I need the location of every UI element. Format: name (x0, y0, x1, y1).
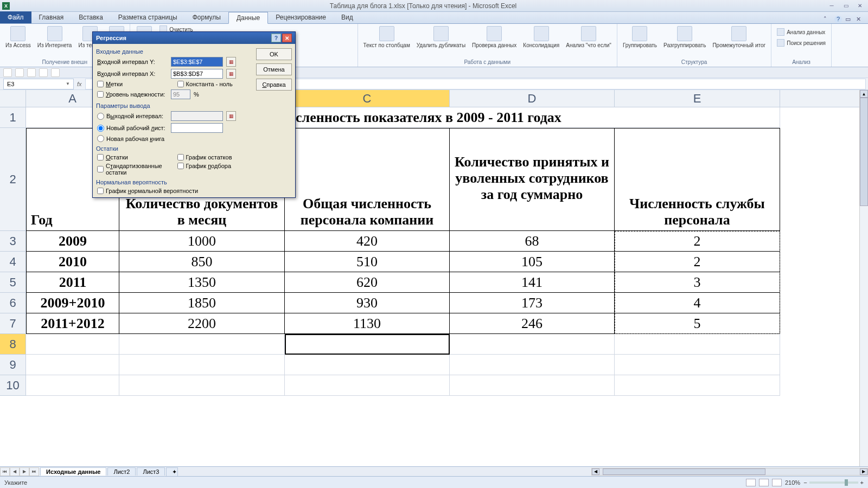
row-header-1[interactable]: 1 (0, 107, 26, 128)
checkbox-std-residuals[interactable] (97, 166, 104, 172)
sheet-tab-0[interactable]: Исходные данные (40, 467, 106, 476)
refedit-out-icon[interactable]: ▦ (226, 111, 236, 121)
zoom-in-icon[interactable]: + (860, 479, 864, 486)
cell-D6[interactable]: 173 (450, 293, 615, 313)
scroll-right-icon[interactable]: ▶ (860, 468, 867, 475)
zoom-slider[interactable] (809, 481, 858, 484)
tab-review[interactable]: Рецензирование (268, 11, 334, 23)
group-button[interactable]: Группировать (621, 25, 659, 49)
ungroup-button[interactable]: Разгруппировать (661, 25, 708, 49)
radio-new-sheet[interactable] (97, 125, 104, 132)
sheet-tab-new[interactable]: ✦ (166, 467, 178, 476)
row-headers[interactable]: 1 2 3 4 5 6 7 8 9 10 (0, 107, 26, 396)
cell-C4[interactable]: 510 (285, 252, 450, 272)
row-header-4[interactable]: 4 (0, 252, 26, 272)
cell-C10[interactable] (285, 375, 450, 396)
text-to-columns-button[interactable]: Текст по столбцам (361, 25, 412, 49)
dialog-titlebar[interactable]: Регрессия ? ✕ (93, 32, 295, 44)
row-header-3[interactable]: 3 (0, 231, 26, 252)
sheet-tab-2[interactable]: Лист3 (137, 467, 165, 476)
data-validation-button[interactable]: Проверка данных (470, 25, 519, 49)
cell-B5[interactable]: 1350 (119, 272, 285, 293)
cell-A10[interactable] (26, 375, 119, 396)
col-header-E[interactable]: E (615, 90, 780, 107)
checkbox-normal-plot[interactable] (97, 188, 104, 194)
fx-icon[interactable]: fx (74, 81, 85, 87)
cell-E4[interactable]: 2 (615, 252, 780, 272)
what-if-button[interactable]: Анализ "что если" (564, 25, 614, 49)
view-normal-icon[interactable] (746, 479, 756, 486)
cell-D2[interactable]: Количество принятых и уволенных сотрудни… (450, 128, 615, 231)
workbook-close-icon[interactable]: ✕ (856, 16, 864, 23)
name-box[interactable]: E3 ▼ (3, 79, 74, 89)
cell-E10[interactable] (615, 375, 780, 396)
input-output-range[interactable] (171, 111, 223, 121)
cancel-button[interactable]: Отмена (256, 63, 292, 75)
cell-E8[interactable] (615, 334, 780, 355)
subtotal-button[interactable]: Промежуточный итог (710, 25, 768, 49)
qat-chart-icon[interactable] (27, 68, 36, 77)
close-window-button[interactable]: ✕ (854, 2, 866, 10)
col-header-C[interactable]: C (285, 90, 450, 107)
minimize-button[interactable]: ─ (826, 2, 838, 10)
checkbox-confidence[interactable] (97, 91, 104, 98)
sheet-tab-1[interactable]: Лист2 (107, 467, 136, 476)
tab-file[interactable]: Файл (0, 11, 31, 23)
hscroll-thumb[interactable] (603, 468, 765, 475)
vscroll-thumb[interactable] (860, 98, 868, 206)
cell-B7[interactable]: 2200 (119, 313, 285, 334)
cell-title[interactable]: сленность показателях в 2009 - 2011 года… (285, 107, 780, 128)
cell-C8[interactable] (285, 334, 450, 355)
cell-C5[interactable]: 620 (285, 272, 450, 293)
cell-B4[interactable]: 850 (119, 252, 285, 272)
zoom-out-icon[interactable]: − (803, 479, 807, 486)
cell-C3[interactable]: 420 (285, 231, 450, 252)
cell-D5[interactable]: 141 (450, 272, 615, 293)
cell-B8[interactable] (119, 334, 285, 355)
tab-page-layout[interactable]: Разметка страницы (111, 11, 185, 23)
tab-data[interactable]: Данные (228, 12, 268, 24)
checkbox-resid-plot[interactable] (177, 154, 184, 160)
cell-A3[interactable]: 2009 (26, 231, 119, 252)
tab-insert[interactable]: Вставка (71, 11, 111, 23)
from-web-button[interactable]: Из Интернета (35, 25, 74, 49)
scroll-up-icon[interactable]: ▲ (860, 90, 868, 98)
data-analysis-button[interactable]: Анализ данных (775, 27, 828, 37)
vertical-scrollbar[interactable]: ▲ (859, 90, 868, 466)
cell-E7[interactable]: 5 (615, 313, 780, 334)
cell-A9[interactable] (26, 355, 119, 375)
cell-D4[interactable]: 105 (450, 252, 615, 272)
sheet-nav-prev-icon[interactable]: ◀ (10, 467, 20, 476)
help-icon[interactable]: ? (834, 16, 842, 23)
row-header-10[interactable]: 10 (0, 375, 26, 396)
cell-A8[interactable] (26, 334, 119, 355)
cell-D8[interactable] (450, 334, 615, 355)
sheet-nav-last-icon[interactable]: ⏭ (29, 467, 39, 476)
view-page-layout-icon[interactable] (759, 479, 769, 486)
cell-D7[interactable]: 246 (450, 313, 615, 334)
cell-C9[interactable] (285, 355, 450, 375)
scroll-left-icon[interactable]: ◀ (592, 468, 599, 475)
radio-new-book[interactable] (97, 135, 104, 142)
ok-button[interactable]: OK (256, 48, 292, 60)
restore-button[interactable]: ▭ (840, 2, 852, 10)
input-confidence[interactable] (171, 89, 190, 99)
chevron-down-icon[interactable]: ▼ (66, 81, 70, 86)
row-header-9[interactable]: 9 (0, 355, 26, 375)
refedit-x-icon[interactable]: ▦ (226, 69, 236, 79)
sheet-nav-next-icon[interactable]: ▶ (20, 467, 29, 476)
cell-B3[interactable]: 1000 (119, 231, 285, 252)
cell-B6[interactable]: 1850 (119, 293, 285, 313)
checkbox-residuals[interactable] (97, 154, 104, 160)
radio-output-range[interactable] (97, 113, 104, 120)
ribbon-minimize-icon[interactable]: ˄ (824, 16, 831, 23)
horizontal-scrollbar[interactable]: ◀ ▶ (591, 468, 868, 476)
solver-button[interactable]: Поиск решения (775, 38, 828, 48)
qat-word-icon[interactable] (51, 68, 60, 77)
select-all-corner[interactable] (0, 90, 26, 107)
cell-C7[interactable]: 1130 (285, 313, 450, 334)
ribbon-display-icon[interactable]: ▭ (845, 16, 853, 23)
checkbox-labels[interactable] (97, 81, 104, 87)
checkbox-fit-plot[interactable] (177, 163, 184, 169)
row-header-7[interactable]: 7 (0, 313, 26, 334)
